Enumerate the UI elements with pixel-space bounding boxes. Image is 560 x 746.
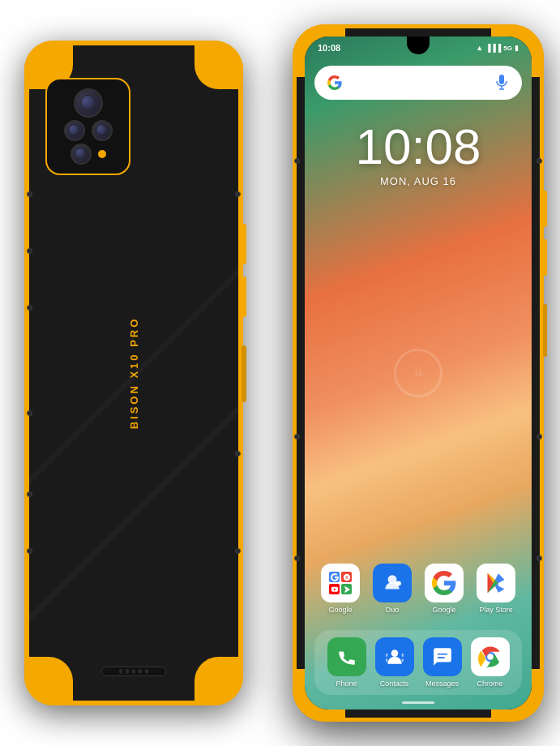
dock-label-messages: Messages bbox=[425, 680, 459, 688]
dock-icon-contacts[interactable] bbox=[375, 637, 414, 676]
camera-module bbox=[45, 78, 130, 175]
clock-date: MON, AUG 16 bbox=[305, 175, 532, 187]
dock-item-contacts[interactable]: Contacts bbox=[371, 637, 418, 688]
svg-rect-7 bbox=[386, 658, 387, 662]
front-screw bbox=[294, 158, 300, 164]
signal-icon: ▐▐▐ bbox=[485, 44, 501, 52]
dock-label-phone: Phone bbox=[336, 680, 357, 688]
front-screw bbox=[536, 158, 542, 164]
screw bbox=[27, 491, 32, 497]
screw bbox=[235, 451, 241, 457]
dock-label-contacts: Contacts bbox=[380, 680, 409, 688]
svg-rect-4 bbox=[395, 581, 401, 585]
app-item-google-suite[interactable]: Google bbox=[317, 564, 364, 614]
volume-down-button[interactable] bbox=[242, 277, 246, 317]
camera-lens-4 bbox=[71, 144, 92, 165]
watermark: 1k bbox=[394, 349, 442, 397]
app-icon-duo[interactable] bbox=[373, 564, 412, 602]
app-item-playstore[interactable]: Play Store bbox=[472, 564, 519, 614]
camera-row-bottom bbox=[71, 144, 106, 165]
svg-rect-6 bbox=[386, 654, 387, 657]
clock-display: 10:08 MON, AUG 16 bbox=[305, 122, 532, 187]
watermark-circle: 1k bbox=[394, 349, 442, 397]
app-item-google[interactable]: Google bbox=[421, 564, 468, 614]
screw bbox=[235, 191, 241, 197]
svg-point-11 bbox=[487, 654, 494, 660]
screw bbox=[27, 548, 32, 554]
svg-point-5 bbox=[391, 650, 398, 657]
svg-rect-9 bbox=[401, 658, 403, 662]
app-grid: Google Duo bbox=[305, 564, 532, 620]
speaker-grille bbox=[101, 667, 166, 676]
phone-back: BISON X10 PRO bbox=[24, 41, 243, 705]
dock-icon-chrome[interactable] bbox=[471, 637, 510, 676]
front-screw bbox=[294, 434, 300, 439]
app-label-google2: Google bbox=[432, 606, 455, 614]
flash-led bbox=[98, 150, 106, 158]
app-item-duo[interactable]: Duo bbox=[369, 564, 416, 614]
app-label-duo: Duo bbox=[386, 606, 400, 614]
dock-icon-messages[interactable] bbox=[423, 637, 462, 676]
app-label-playstore: Play Store bbox=[479, 606, 513, 614]
dock-item-phone[interactable]: Phone bbox=[323, 637, 370, 688]
camera-lens-2 bbox=[64, 120, 85, 141]
camera-row bbox=[64, 120, 113, 141]
screw bbox=[235, 548, 241, 554]
screw bbox=[27, 191, 32, 197]
app-label-google: Google bbox=[328, 606, 352, 614]
dock-label-chrome: Chrome bbox=[477, 680, 502, 688]
svg-rect-8 bbox=[401, 654, 403, 657]
app-icon-playstore[interactable] bbox=[477, 564, 515, 602]
front-power-button[interactable] bbox=[543, 304, 547, 357]
camera-lens-3 bbox=[92, 120, 113, 141]
home-indicator bbox=[402, 701, 434, 704]
phone-container: BISON X10 PRO bbox=[0, 0, 560, 746]
dock-icon-phone[interactable] bbox=[327, 637, 366, 676]
mic-icon bbox=[493, 74, 511, 92]
app-icon-google-suite[interactable] bbox=[321, 564, 360, 602]
dock-item-messages[interactable]: Messages bbox=[419, 637, 466, 688]
screw bbox=[27, 410, 32, 416]
power-button[interactable] bbox=[242, 345, 246, 402]
google-logo bbox=[326, 74, 344, 92]
dock-item-chrome[interactable]: Chrome bbox=[467, 637, 514, 688]
svg-rect-0 bbox=[499, 75, 504, 84]
front-screw bbox=[294, 555, 300, 561]
5g-icon: 5G bbox=[503, 45, 512, 52]
front-volume-down-button[interactable] bbox=[543, 239, 547, 276]
status-icons: ▲ ▐▐▐ 5G ▮ bbox=[476, 44, 519, 52]
app-icon-google[interactable] bbox=[425, 564, 464, 602]
device-screen[interactable]: 10:08 ▲ ▐▐▐ 5G ▮ bbox=[305, 36, 532, 710]
phone-front: 10:08 ▲ ▐▐▐ 5G ▮ bbox=[293, 24, 544, 722]
device-name-label: BISON X10 PRO bbox=[128, 317, 140, 430]
front-volume-up-button[interactable] bbox=[543, 191, 547, 227]
battery-icon: ▮ bbox=[515, 44, 519, 52]
screw bbox=[27, 248, 32, 254]
front-screw bbox=[536, 555, 542, 561]
volume-up-button[interactable] bbox=[242, 224, 246, 264]
app-row-1: Google Duo bbox=[314, 564, 522, 614]
main-camera-lens bbox=[74, 88, 103, 118]
navigation-bar bbox=[305, 695, 532, 710]
app-dock: Phone Contacts bbox=[314, 630, 522, 695]
front-screw bbox=[536, 434, 542, 439]
status-time: 10:08 bbox=[318, 43, 340, 53]
wifi-icon: ▲ bbox=[476, 44, 483, 52]
screw bbox=[27, 305, 32, 311]
clock-time: 10:08 bbox=[305, 122, 532, 172]
google-search-bar[interactable] bbox=[314, 66, 522, 100]
